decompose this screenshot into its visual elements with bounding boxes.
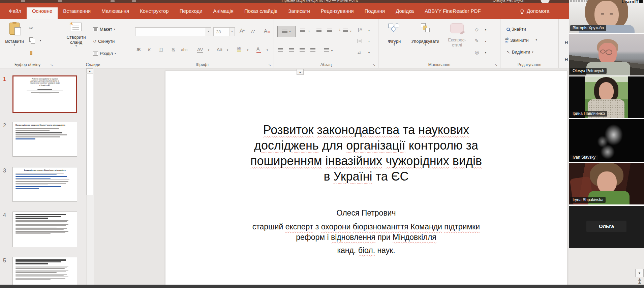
tab-slideshow[interactable]: Показ слайдів [239, 3, 283, 19]
chevron-down-icon[interactable]: ▾ [368, 29, 370, 32]
dialog-launcher-icon[interactable]: ↘ [268, 64, 271, 67]
chevron-down-icon[interactable]: ▾ [350, 30, 351, 33]
tab-draw[interactable]: Малювання [96, 3, 134, 19]
previous-slide-button[interactable]: ▲▲ [636, 278, 643, 284]
tab-review[interactable]: Рецензування [315, 3, 359, 19]
select-button[interactable]: ↖ Виділити ▾ [507, 50, 533, 55]
font-color-button[interactable]: А [256, 46, 261, 53]
tab-file[interactable]: Файл [3, 3, 27, 19]
grow-font-button[interactable]: А▴ [240, 28, 245, 34]
dialog-launcher-icon[interactable]: ↘ [50, 64, 53, 67]
numbering-icon[interactable] [300, 29, 305, 32]
shape-fill-icon[interactable]: ◇ [475, 27, 479, 32]
columns-icon[interactable] [324, 48, 329, 52]
cut-icon[interactable]: ✂ [29, 25, 33, 31]
section-button[interactable]: Розділ ▾ [93, 51, 116, 56]
increase-indent-icon[interactable] [327, 29, 332, 32]
participant-video-viktoriia-khrutba[interactable]: LearnITВікторія Хрутьба [569, 0, 644, 33]
paste-button[interactable]: Вставити ▾ [4, 23, 25, 46]
quick-access-icon[interactable] [111, 0, 115, 2]
reset-button[interactable]: ↺ Скинути [93, 39, 115, 44]
align-left-icon[interactable] [278, 48, 283, 52]
slide-thumbnail-2[interactable]: Конвенція про охорону біологічного різно… [12, 122, 77, 157]
align-text-icon[interactable] [358, 39, 362, 43]
dialog-launcher-icon[interactable]: ↘ [373, 64, 375, 67]
thumbnail-scroll-up-button[interactable]: ▲ [86, 68, 93, 73]
slide-thumbnail-5[interactable] [12, 257, 77, 288]
participant-video-olesya-petrovych[interactable]: Olesya Petrovych [569, 34, 644, 75]
slide-thumbnail-3[interactable]: Конвенція про охорону біологічного різно… [12, 167, 77, 202]
slide-subtitle[interactable]: старший експерт з охорони біорізноманітт… [165, 222, 567, 243]
slide-thumbnail-1[interactable]: Розвиток законодавства та науковихдослід… [12, 75, 77, 113]
thumbnail-scrollbar-thumb[interactable] [86, 74, 93, 195]
tab-transitions[interactable]: Переходи [174, 3, 208, 19]
bold-button[interactable]: Ж [136, 47, 141, 52]
tab-view[interactable]: Подання [359, 3, 391, 19]
text-shadow-button[interactable]: S [172, 47, 175, 52]
chevron-down-icon[interactable]: ▾ [208, 49, 209, 52]
align-right-icon[interactable] [300, 48, 305, 52]
highlight-color-button[interactable]: ab [237, 46, 241, 52]
tab-animations[interactable]: Анімація [208, 3, 239, 19]
character-spacing-button[interactable]: AV [197, 47, 203, 53]
account-avatar[interactable] [541, 0, 550, 3]
bullets-button[interactable]: ▾ [277, 26, 296, 37]
tab-help-tab[interactable]: Довідка [390, 3, 419, 19]
slide-canvas[interactable]: Розвиток законодавства та науковихдослід… [165, 71, 567, 288]
chevron-down-icon[interactable]: ▾ [206, 28, 211, 36]
participant-video-iryna-pavlichenko[interactable]: Ірина Павліченко [569, 76, 644, 118]
chevron-down-icon[interactable]: ▾ [485, 29, 486, 31]
replace-button[interactable]: abac Замінити ▾ [505, 37, 537, 43]
quick-access-icon[interactable] [58, 0, 62, 2]
find-button[interactable]: Знайти [507, 27, 526, 32]
chevron-down-icon[interactable]: ▾ [247, 49, 248, 52]
slide-title[interactable]: Розвиток законодавства та науковихдослід… [165, 122, 567, 184]
tab-record[interactable]: Записати [283, 3, 315, 19]
new-slide-button[interactable]: ∗ Створити слайд ▾ [63, 23, 89, 47]
participant-video-ivan-stavsky[interactable]: Ivan Stavsky [569, 119, 644, 162]
tab-help[interactable]: Допомога [527, 8, 549, 14]
chevron-down-icon[interactable]: ▾ [331, 50, 333, 52]
tab-home[interactable]: Основне [27, 3, 58, 19]
tab-abbyy-finereader[interactable]: ABBYY FineReader PDF [419, 3, 486, 19]
smartart-convert-icon[interactable]: ⇄ [358, 50, 361, 55]
font-name-combo[interactable]: ▾ [135, 27, 211, 36]
italic-button[interactable]: К [148, 47, 151, 52]
participant-video-olha[interactable]: Ольга [569, 206, 644, 248]
editor-scroll-down-button[interactable]: ▼ [635, 269, 644, 277]
shape-outline-icon[interactable]: ✎ [475, 38, 479, 43]
participant-video-iryna-shpakivska[interactable]: Iryna Shpakivska [569, 163, 644, 204]
slide-author[interactable]: Олеся Петрович [165, 209, 567, 218]
chevron-down-icon[interactable]: ▾ [267, 49, 268, 52]
change-case-button[interactable]: Aa [217, 47, 222, 52]
chevron-down-icon[interactable]: ▾ [40, 39, 41, 42]
font-size-combo[interactable]: 28 ▾ [213, 27, 235, 36]
shape-effects-icon[interactable]: ◎ [475, 50, 479, 55]
align-center-icon[interactable] [289, 48, 294, 52]
arrange-button[interactable]: Упорядкувати ▾ [409, 23, 441, 46]
strikethrough-button[interactable]: abc [181, 47, 187, 52]
shapes-button[interactable]: Фігури ▾ [383, 23, 405, 46]
quick-access-icon[interactable] [132, 0, 136, 2]
copy-icon[interactable] [29, 37, 33, 42]
justify-icon[interactable] [310, 48, 315, 52]
chevron-down-icon[interactable]: ▾ [485, 52, 486, 54]
layout-button[interactable]: Макет ▾ [93, 27, 115, 32]
underline-button[interactable]: П [159, 47, 163, 52]
chevron-down-icon[interactable]: ▾ [227, 49, 228, 52]
clear-formatting-button[interactable]: А [264, 28, 270, 34]
chevron-down-icon[interactable]: ▾ [308, 30, 310, 33]
tab-insert[interactable]: Вставлення [58, 3, 96, 19]
tab-design[interactable]: Конструктор [134, 3, 174, 19]
slide-thumbnail-4[interactable] [12, 212, 77, 247]
chevron-down-icon[interactable]: ▾ [485, 40, 486, 43]
dialog-launcher-icon[interactable]: ↘ [495, 64, 497, 67]
chevron-down-icon[interactable]: ▾ [229, 28, 235, 36]
chevron-down-icon[interactable]: ▾ [368, 52, 370, 54]
chevron-down-icon[interactable]: ▾ [368, 40, 370, 43]
editor-scroll-up-button[interactable]: ▲ [297, 69, 304, 75]
line-spacing-icon[interactable]: ↕ [339, 27, 341, 32]
slide-degree[interactable]: канд. біол. наук. [165, 246, 567, 255]
quick-access-icon[interactable] [21, 0, 25, 2]
shrink-font-button[interactable]: А▾ [251, 29, 255, 34]
